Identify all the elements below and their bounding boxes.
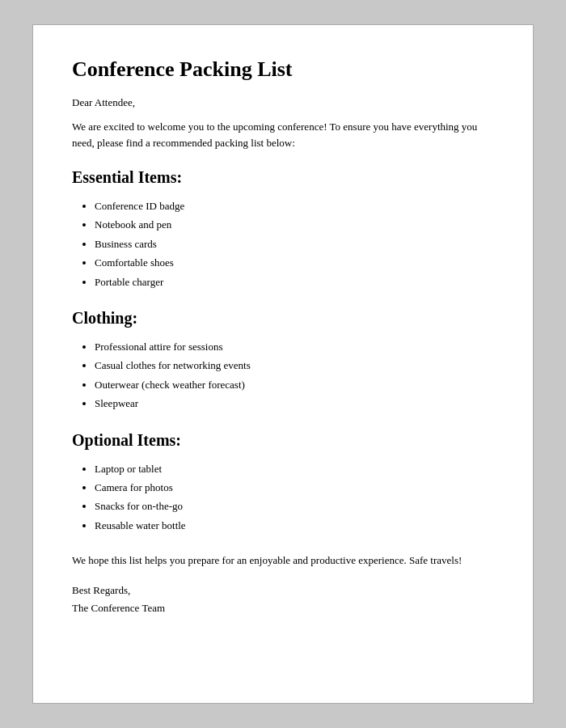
optional-list: Laptop or tablet Camera for photos Snack… bbox=[95, 459, 494, 535]
list-item: Sleepwear bbox=[95, 394, 494, 413]
optional-heading: Optional Items: bbox=[72, 431, 494, 450]
intro-paragraph: We are excited to welcome you to the upc… bbox=[72, 119, 494, 150]
essential-heading: Essential Items: bbox=[72, 168, 494, 187]
document-page: Conference Packing List Dear Attendee, W… bbox=[32, 24, 534, 704]
sign-off-line2: The Conference Team bbox=[72, 602, 165, 614]
clothing-heading: Clothing: bbox=[72, 309, 494, 328]
list-item: Snacks for on-the-go bbox=[95, 497, 494, 515]
list-item: Portable charger bbox=[95, 273, 494, 291]
list-item: Comfortable shoes bbox=[95, 253, 494, 272]
list-item: Casual clothes for networking events bbox=[95, 356, 494, 375]
essential-list: Conference ID badge Notebook and pen Bus… bbox=[95, 197, 494, 291]
list-item: Reusable water bottle bbox=[95, 516, 494, 535]
list-item: Camera for photos bbox=[95, 478, 494, 497]
clothing-list: Professional attire for sessions Casual … bbox=[95, 337, 494, 413]
list-item: Business cards bbox=[95, 235, 494, 253]
sign-off-line1: Best Regards, bbox=[72, 584, 130, 596]
list-item: Professional attire for sessions bbox=[95, 337, 494, 356]
closing-paragraph: We hope this list helps you prepare for … bbox=[72, 552, 494, 569]
list-item: Laptop or tablet bbox=[95, 459, 494, 478]
sign-off-block: Best Regards, The Conference Team bbox=[72, 582, 494, 617]
list-item: Conference ID badge bbox=[95, 197, 494, 215]
list-item: Notebook and pen bbox=[95, 215, 494, 234]
list-item: Outerwear (check weather forecast) bbox=[95, 375, 494, 394]
page-title: Conference Packing List bbox=[72, 57, 494, 82]
salutation: Dear Attendee, bbox=[72, 96, 494, 109]
